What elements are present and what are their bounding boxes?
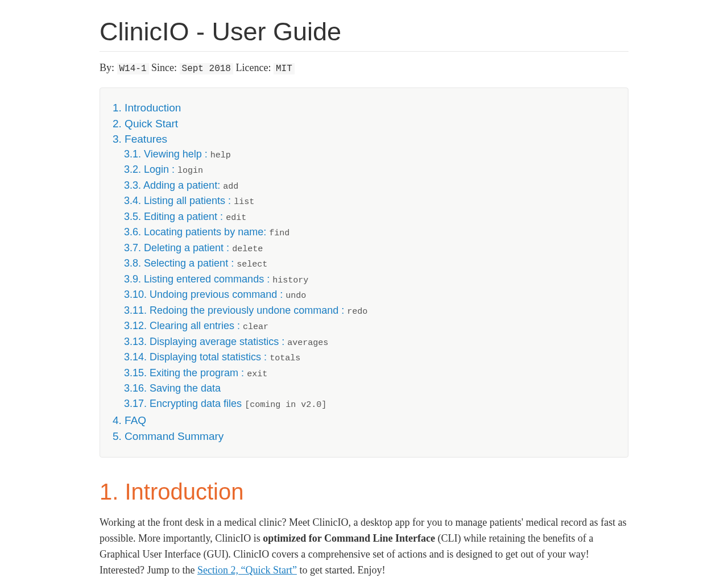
toc-link-add[interactable]: 3.3. Adding a patient: add (124, 180, 238, 191)
toc-link-command-summary[interactable]: 5. Command Summary (113, 430, 224, 442)
toc-link-delete[interactable]: 3.7. Deleting a patient : delete (124, 242, 263, 253)
toc-link-edit[interactable]: 3.5. Editing a patient : edit (124, 211, 246, 222)
toc-link-totals[interactable]: 3.14. Displaying total statistics : tota… (124, 351, 300, 363)
since-value: Sept 2018 (180, 63, 233, 74)
toc-link-login[interactable]: 3.2. Login : login (124, 164, 203, 175)
toc-link-help[interactable]: 3.1. Viewing help : help (124, 148, 231, 160)
toc-link-clear[interactable]: 3.12. Clearing all entries : clear (124, 320, 268, 331)
section-heading-introduction: 1. Introduction (100, 479, 628, 505)
by-label: By: (100, 62, 117, 73)
link-quick-start[interactable]: Section 2, “Quick Start” (197, 564, 297, 576)
licence-value: MIT (274, 63, 295, 74)
licence-label: Licence: (233, 62, 274, 73)
toc-link-list[interactable]: 3.4. Listing all patients : list (124, 195, 254, 206)
table-of-contents: 1. Introduction 2. Quick Start 3. Featur… (100, 88, 628, 458)
page-title: ClinicIO - User Guide (100, 17, 628, 52)
toc-link-undo[interactable]: 3.10. Undoing previous command : undo (124, 289, 306, 300)
toc-link-history[interactable]: 3.9. Listing entered commands : history (124, 273, 308, 285)
toc-link-saving[interactable]: 3.16. Saving the data (124, 383, 221, 394)
toc-link-averages[interactable]: 3.13. Displaying average statistics : av… (124, 336, 328, 347)
toc-link-select[interactable]: 3.8. Selecting a patient : select (124, 257, 267, 269)
meta-line: By: W14-1 Since: Sept 2018 Licence: MIT (100, 62, 628, 74)
toc-link-quick-start[interactable]: 2. Quick Start (113, 118, 178, 130)
toc-link-introduction[interactable]: 1. Introduction (113, 102, 181, 114)
toc-link-find[interactable]: 3.6. Locating patients by name: find (124, 226, 289, 238)
since-label: Since: (149, 62, 180, 73)
toc-link-exit[interactable]: 3.15. Exiting the program : exit (124, 367, 267, 379)
toc-link-redo[interactable]: 3.11. Redoing the previously undone comm… (124, 305, 367, 316)
by-value: W14-1 (117, 63, 149, 74)
toc-link-faq[interactable]: 4. FAQ (113, 414, 146, 426)
toc-link-encrypting[interactable]: 3.17. Encrypting data files [coming in v… (124, 398, 326, 409)
intro-paragraph: Working at the front desk in a medical c… (100, 515, 628, 579)
toc-link-features[interactable]: 3. Features (113, 133, 167, 145)
